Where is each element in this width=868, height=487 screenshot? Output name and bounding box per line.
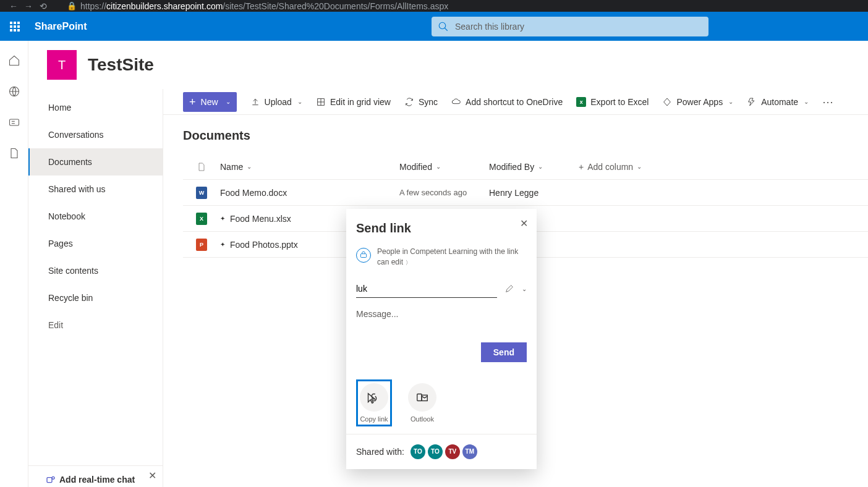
suite-bar: SharePoint <box>0 12 868 41</box>
more-button[interactable]: ⋯ <box>822 95 835 109</box>
site-header: T TestSite <box>28 41 868 89</box>
nav-item-documents[interactable]: Documents <box>28 148 163 176</box>
nav-item-notebook[interactable]: Notebook <box>28 203 163 230</box>
avatar[interactable]: TM <box>462 444 477 459</box>
sync-icon <box>404 97 414 107</box>
teams-icon <box>46 475 56 485</box>
power-apps-button[interactable]: Power Apps ⌄ <box>662 97 733 107</box>
reload-icon[interactable]: ⟲ <box>36 1 51 11</box>
column-headers: Name⌄ Modified⌄ Modified By⌄ +Add column… <box>183 154 868 180</box>
chevron-down-icon: ⌄ <box>728 98 733 105</box>
new-label: New <box>201 97 218 107</box>
file-icon[interactable] <box>8 147 20 159</box>
avatar[interactable]: TO <box>428 444 443 459</box>
table-row[interactable]: WFood Memo.docxA few seconds agoHenry Le… <box>183 180 868 206</box>
forward-icon[interactable]: → <box>21 1 36 11</box>
power-apps-icon <box>662 97 672 107</box>
browser-address-bar: ← → ⟲ 🔒 https://citizenbuilders.sharepoi… <box>0 0 868 12</box>
chevron-right-icon: 〉 <box>406 260 411 266</box>
app-launcher-icon[interactable] <box>0 12 30 41</box>
upload-button[interactable]: Upload ⌄ <box>250 97 302 107</box>
nav-item-site-contents[interactable]: Site contents <box>28 257 163 284</box>
permission-text: People in Competent Learning with the li… <box>377 247 518 266</box>
chat-promo-title: Add real-time chat <box>59 475 135 485</box>
excel-icon: x <box>576 97 586 107</box>
nav-item-conversations[interactable]: Conversations <box>28 121 163 148</box>
shortcut-label: Add shortcut to OneDrive <box>466 97 563 107</box>
automate-label: Automate <box>761 97 798 107</box>
nav-item-pages[interactable]: Pages <box>28 230 163 257</box>
globe-icon[interactable] <box>8 85 20 98</box>
recipient-input[interactable] <box>356 280 497 298</box>
chevron-down-icon: ⌄ <box>804 98 809 105</box>
chevron-down-icon: ⌄ <box>297 98 302 105</box>
powerpoint-icon: P <box>196 239 207 251</box>
new-button[interactable]: + New ⌄ <box>183 92 237 112</box>
modified-by-value: Henry Legge <box>489 188 579 198</box>
message-input[interactable] <box>356 309 527 340</box>
excel-icon: X <box>196 213 207 225</box>
file-name[interactable]: Food Memo.docx <box>220 188 399 198</box>
shared-with-row: Shared with: TOTOTVTM <box>346 434 537 469</box>
column-modified[interactable]: Modified⌄ <box>399 162 489 172</box>
new-indicator-icon: ✦ <box>220 215 225 222</box>
upload-label: Upload <box>265 97 292 107</box>
close-icon[interactable]: ✕ <box>520 218 528 229</box>
svg-rect-6 <box>47 478 52 483</box>
sync-label: Sync <box>419 97 438 107</box>
news-icon[interactable] <box>8 116 20 129</box>
copy-link-button[interactable]: Copy link <box>356 379 392 426</box>
power-apps-label: Power Apps <box>676 97 723 107</box>
chevron-down-icon: ⌄ <box>226 98 231 105</box>
shared-with-label: Shared with: <box>356 447 404 457</box>
column-name[interactable]: Name⌄ <box>220 162 399 172</box>
grid-view-button[interactable]: Edit in grid view <box>316 97 391 107</box>
search-input[interactable] <box>455 22 690 32</box>
command-bar: + New ⌄ Upload ⌄ Edit in grid view <box>163 89 868 115</box>
upload-icon <box>250 97 260 107</box>
svg-rect-11 <box>360 254 366 258</box>
plus-icon: + <box>189 96 196 108</box>
send-button[interactable]: Send <box>481 342 527 362</box>
automate-button[interactable]: Automate ⌄ <box>747 97 809 107</box>
link-settings-button[interactable]: People in Competent Learning with the li… <box>356 247 527 268</box>
app-bar <box>0 41 28 487</box>
new-indicator-icon: ✦ <box>220 241 225 248</box>
automate-icon <box>747 97 757 107</box>
search-icon <box>438 21 449 32</box>
avatar[interactable]: TV <box>445 444 460 459</box>
excel-button[interactable]: x Export to Excel <box>576 97 649 107</box>
chevron-down-icon[interactable]: ⌄ <box>522 286 527 292</box>
nav-item-recycle-bin[interactable]: Recycle bin <box>28 284 163 311</box>
avatar[interactable]: TO <box>411 444 425 459</box>
nav-item-shared-with-us[interactable]: Shared with us <box>28 176 163 203</box>
grid-icon <box>316 97 326 107</box>
file-type-icon <box>197 161 206 173</box>
people-icon <box>356 248 371 263</box>
app-name[interactable]: SharePoint <box>35 21 87 32</box>
pencil-icon[interactable] <box>504 284 514 294</box>
add-column-button[interactable]: +Add column⌄ <box>579 162 642 172</box>
outlook-icon <box>415 391 429 404</box>
close-icon[interactable]: ✕ <box>148 470 156 481</box>
nav-edit-link[interactable]: Edit <box>28 311 163 339</box>
site-title[interactable]: TestSite <box>88 55 154 75</box>
onedrive-icon <box>451 97 461 107</box>
back-icon[interactable]: ← <box>6 1 21 11</box>
url[interactable]: https://citizenbuilders.sharepoint.com/s… <box>80 1 448 11</box>
outlook-button[interactable]: Outlook <box>404 379 440 426</box>
search-box[interactable] <box>432 17 708 36</box>
site-logo[interactable]: T <box>47 50 77 80</box>
column-modified-by[interactable]: Modified By⌄ <box>489 162 579 172</box>
outlook-label: Outlook <box>411 415 434 423</box>
sync-button[interactable]: Sync <box>404 97 438 107</box>
nav-item-home[interactable]: Home <box>28 94 163 121</box>
modified-value: A few seconds ago <box>399 188 489 197</box>
home-icon[interactable] <box>8 54 20 67</box>
excel-label: Export to Excel <box>590 97 649 107</box>
chat-promo: ✕ Add real-time chat <box>28 465 163 487</box>
shortcut-button[interactable]: Add shortcut to OneDrive <box>451 97 563 107</box>
svg-point-0 <box>439 22 446 29</box>
grid-label: Edit in grid view <box>330 97 391 107</box>
copy-link-label: Copy link <box>360 415 388 423</box>
